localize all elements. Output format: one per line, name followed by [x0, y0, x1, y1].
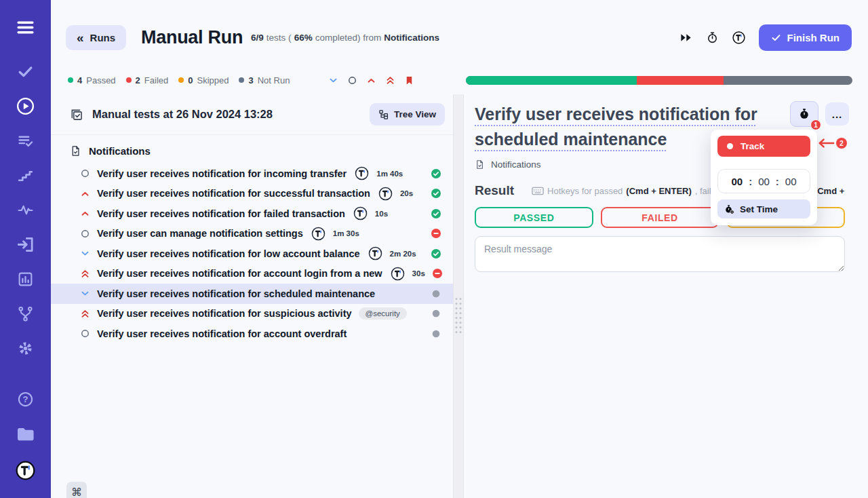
- test-row[interactable]: Verify user receives notification for su…: [51, 304, 453, 324]
- filter-critical-priority[interactable]: [385, 75, 395, 85]
- finish-run-button[interactable]: Finish Run: [759, 24, 852, 51]
- track-button[interactable]: Track: [717, 136, 810, 157]
- test-duration: 1m 40s: [376, 170, 403, 178]
- more-actions-button[interactable]: ...: [825, 102, 849, 126]
- hours-field[interactable]: 00: [731, 176, 743, 187]
- test-row[interactable]: Verify user receives notification for su…: [51, 184, 453, 204]
- testomat-logo-icon: [16, 461, 35, 480]
- test-list-panel: Manual tests at 26 Nov 2024 13:28 Tree V…: [51, 94, 453, 498]
- stat-not-run: 3Not Run: [239, 75, 290, 85]
- sign-in-icon: [16, 235, 35, 254]
- bar-chart-icon: [17, 271, 34, 288]
- priority-normal-icon: [80, 229, 90, 239]
- fast-forward-button[interactable]: [679, 31, 692, 44]
- filter-normal-priority[interactable]: [347, 75, 357, 85]
- back-to-runs-button[interactable]: « Runs: [66, 25, 126, 50]
- panel-splitter[interactable]: [453, 94, 464, 498]
- menu-button[interactable]: [12, 14, 39, 41]
- test-duration: 30s: [412, 269, 425, 277]
- percent-completed: 66%: [294, 33, 313, 43]
- test-row[interactable]: Verify user receives notification for ac…: [51, 264, 453, 284]
- timer-popup: Track 00 : 00 : 00 Set Time: [711, 130, 817, 225]
- filter-high-priority[interactable]: [366, 75, 376, 85]
- sidebar-item-help[interactable]: [12, 385, 39, 413]
- test-tag: @security: [359, 307, 407, 320]
- failed-result-button[interactable]: FAILED: [601, 207, 719, 228]
- test-row[interactable]: Verify user can manage notification sett…: [51, 224, 453, 244]
- fast-forward-icon: [679, 31, 692, 44]
- test-row[interactable]: Verify user receives notification for in…: [51, 164, 453, 184]
- sidebar-logo[interactable]: [12, 457, 39, 484]
- back-label: Runs: [90, 32, 116, 43]
- testomat-badge-icon: [353, 206, 368, 221]
- sidebar-item-milestones[interactable]: [12, 161, 39, 189]
- back-chevrons-icon: «: [77, 31, 84, 44]
- page-title: Manual Run: [141, 27, 243, 48]
- passed-result-button[interactable]: PASSED: [475, 207, 593, 228]
- test-row[interactable]: Verify user receives notification for ac…: [51, 324, 453, 344]
- passed-dot-icon: [68, 77, 73, 83]
- stopwatch-icon: [706, 31, 719, 44]
- test-row[interactable]: Verify user receives notification for lo…: [51, 244, 453, 264]
- sidebar-item-settings[interactable]: [12, 334, 39, 362]
- stat-skipped: 0Skipped: [178, 75, 229, 85]
- sidebar-item-plans[interactable]: [12, 127, 39, 154]
- file-check-icon: [70, 145, 81, 157]
- suite-group-header[interactable]: Notifications: [51, 142, 453, 164]
- sidebar-item-projects[interactable]: [12, 420, 39, 447]
- testomat-logo-icon: [732, 31, 745, 44]
- set-time-button[interactable]: Set Time: [717, 199, 810, 218]
- result-failed-icon: [432, 268, 443, 279]
- hamburger-icon: [16, 18, 35, 37]
- app-logo-button[interactable]: [732, 31, 745, 44]
- chevron-up-icon: [366, 75, 376, 85]
- progress-segment-failed: [637, 76, 724, 85]
- sidebar-item-analytics[interactable]: [12, 265, 39, 292]
- main-area: « Runs Manual Run 6/9 tests ( 66% comple…: [51, 0, 868, 498]
- splitter-grip-icon: [456, 298, 462, 333]
- failed-dot-icon: [126, 77, 132, 83]
- command-shortcut-badge[interactable]: ⌘: [66, 482, 87, 498]
- sidebar-item-tests[interactable]: [12, 58, 39, 85]
- filter-bookmark[interactable]: [404, 75, 414, 85]
- sidebar-item-import[interactable]: [12, 231, 39, 258]
- result-passed-icon: [431, 188, 441, 199]
- stat-failed: 2Failed: [126, 75, 169, 85]
- result-label: Result: [475, 183, 514, 198]
- track-time-button[interactable]: 1: [790, 101, 818, 127]
- annotation-badge-1: 1: [810, 119, 821, 130]
- seconds-field[interactable]: 00: [785, 176, 797, 187]
- chevron-down-icon: [328, 75, 338, 85]
- priority-filters: [328, 75, 414, 85]
- result-not-run-icon: [431, 328, 441, 339]
- result-message-input[interactable]: [475, 236, 845, 272]
- minutes-field[interactable]: 00: [758, 176, 770, 187]
- record-dot-icon: [727, 143, 733, 149]
- filter-low-priority[interactable]: [328, 75, 338, 85]
- testomat-badge-icon: [391, 267, 405, 281]
- status-bar: 4Passed 2Failed 0Skipped 3Not Run: [51, 71, 868, 89]
- test-detail-panel: Verify user receives notification for sc…: [464, 94, 868, 498]
- clipboard-check-icon: [70, 108, 83, 121]
- time-input-group[interactable]: 00 : 00 : 00: [717, 169, 810, 193]
- tree-view-button[interactable]: Tree View: [370, 103, 445, 126]
- annotation-badge-2: 2: [836, 138, 847, 149]
- test-row[interactable]: Verify user receives notification for fa…: [51, 204, 453, 224]
- app-window: « Runs Manual Run 6/9 tests ( 66% comple…: [0, 0, 868, 498]
- bookmark-icon: [404, 75, 414, 85]
- arrow-left-icon: [816, 138, 835, 149]
- progress-segment-passed: [466, 76, 637, 85]
- check-icon: [771, 33, 781, 43]
- not-run-dot-icon: [239, 77, 244, 83]
- test-duration: 1m 30s: [333, 229, 359, 237]
- git-branch-icon: [17, 305, 34, 322]
- sidebar-item-runs[interactable]: [12, 92, 39, 119]
- priority-critical-icon: [80, 309, 90, 319]
- test-row-selected[interactable]: Verify user receives notification for sc…: [51, 284, 453, 304]
- sidebar-item-activity[interactable]: [12, 196, 39, 223]
- sidebar-item-branches[interactable]: [12, 300, 39, 327]
- stopwatch-icon: [798, 108, 810, 120]
- keyboard-icon: [532, 187, 544, 195]
- run-name: Manual tests at 26 Nov 2024 13:28: [70, 108, 273, 121]
- timer-button[interactable]: [706, 31, 719, 44]
